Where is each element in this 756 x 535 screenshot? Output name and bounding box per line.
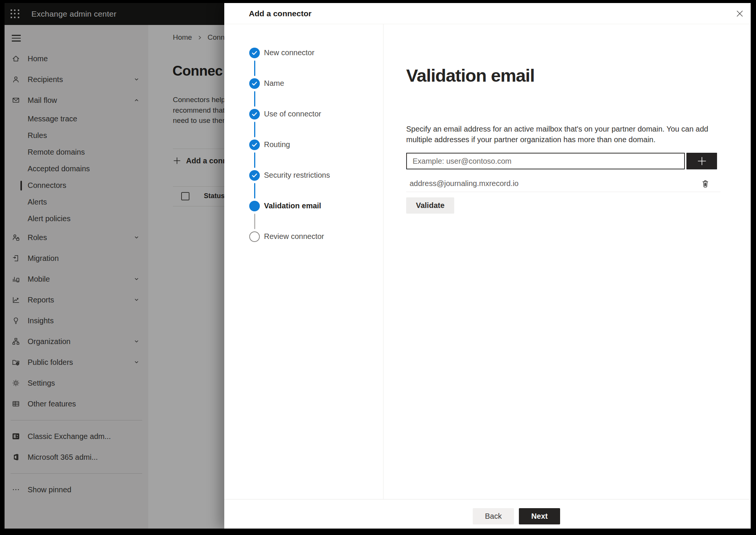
step-upcoming-icon (249, 231, 260, 242)
plus-icon (696, 155, 708, 167)
wizard-step-name[interactable]: Name (224, 68, 383, 99)
wizard-step-use-of-connector[interactable]: Use of connector (224, 99, 383, 129)
content-heading: Validation email (406, 65, 720, 86)
wizard-steps: New connector Name Use of connector Rout… (224, 24, 383, 499)
content-description: Specify an email address for an active m… (406, 124, 714, 145)
step-label: Use of connector (264, 110, 321, 118)
footer-buttons: Back Next (473, 508, 560, 524)
exchange-admin-app: Exchange admin center Home Recipients Ma… (5, 3, 751, 529)
back-button[interactable]: Back (473, 508, 514, 524)
trash-icon (701, 179, 710, 188)
add-connector-panel: Add a connector New connector Name Use o… (224, 3, 751, 529)
step-current-icon (249, 201, 260, 211)
step-complete-icon (249, 78, 260, 89)
validation-email-input[interactable] (406, 153, 685, 169)
delete-email-button[interactable] (701, 179, 711, 189)
step-label: Name (264, 79, 284, 88)
wizard-step-security-restrictions[interactable]: Security restrictions (224, 160, 383, 191)
wizard-step-review-connector[interactable]: Review connector (224, 221, 383, 252)
panel-title: Add a connector (249, 9, 312, 18)
step-label: Security restrictions (264, 171, 330, 180)
screenshot-frame: Exchange admin center Home Recipients Ma… (0, 0, 756, 535)
email-input-row (406, 153, 720, 169)
wizard-step-validation-email[interactable]: Validation email (224, 191, 383, 221)
wizard-step-new-connector[interactable]: New connector (224, 37, 383, 68)
modal-dim-overlay (5, 3, 224, 529)
close-icon (736, 9, 744, 18)
validation-email-content: Validation email Specify an email addres… (384, 24, 751, 499)
panel-header: Add a connector (224, 3, 751, 24)
step-label: Validation email (264, 202, 321, 210)
validate-button[interactable]: Validate (406, 197, 454, 214)
email-list-item: address@journaling.mxrecord.io (406, 175, 720, 192)
next-button[interactable]: Next (519, 508, 560, 524)
step-label: New connector (264, 48, 314, 57)
step-complete-icon (249, 170, 260, 181)
step-label: Routing (264, 140, 290, 149)
step-complete-icon (249, 140, 260, 150)
step-complete-icon (249, 109, 260, 119)
step-complete-icon (249, 48, 260, 58)
email-address: address@journaling.mxrecord.io (410, 179, 518, 188)
step-label: Review connector (264, 232, 324, 241)
panel-footer: Back Next (224, 499, 751, 529)
wizard-step-routing[interactable]: Routing (224, 129, 383, 160)
close-button[interactable] (734, 8, 745, 19)
add-email-button[interactable] (686, 153, 717, 169)
